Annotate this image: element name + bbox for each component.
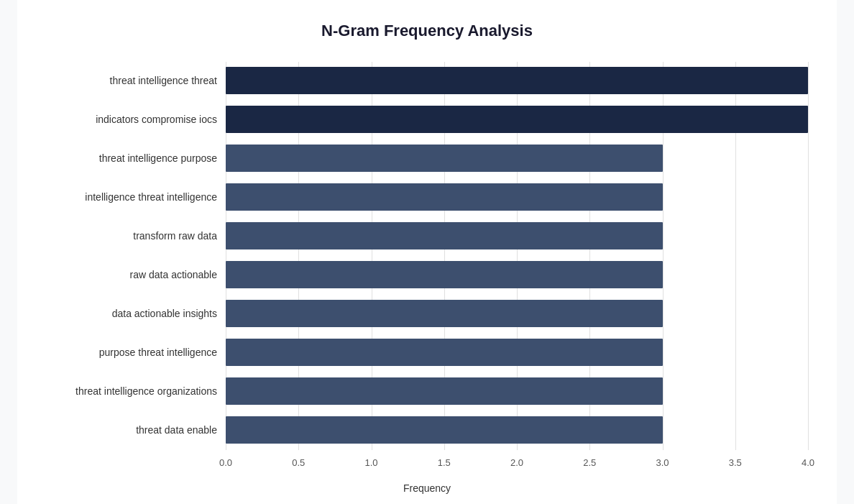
bar-row: threat intelligence purpose: [46, 139, 808, 177]
bar-row: threat data enable: [46, 411, 808, 449]
bar-label: threat data enable: [46, 424, 226, 436]
x-tick-label: 2.0: [510, 457, 523, 468]
bar-label: indicators compromise iocs: [46, 114, 226, 125]
bar-fill: [226, 300, 663, 327]
bar-row: intelligence threat intelligence: [46, 178, 808, 216]
bar-track: [226, 222, 808, 249]
x-axis: 0.00.51.01.52.02.53.03.54.0: [46, 457, 808, 479]
x-tick-label: 4.0: [802, 457, 814, 468]
chart-title: N-Gram Frequency Analysis: [46, 22, 808, 40]
x-axis-label: Frequency: [46, 482, 808, 494]
bar-label: threat intelligence purpose: [46, 152, 226, 164]
x-axis-ticks: 0.00.51.01.52.02.53.03.54.0: [226, 457, 808, 479]
bar-fill: [226, 416, 663, 444]
x-tick-label: 3.5: [729, 457, 742, 468]
x-tick-label: 2.5: [583, 457, 596, 468]
bar-row: threat intelligence organizations: [46, 372, 808, 410]
bar-row: data actionable insights: [46, 295, 808, 332]
bar-fill: [226, 222, 663, 249]
chart-container: N-Gram Frequency Analysis threat intelli…: [17, 0, 837, 504]
bar-label: intelligence threat intelligence: [46, 191, 226, 203]
bar-label: raw data actionable: [46, 269, 226, 280]
x-tick-label: 0.5: [292, 457, 305, 468]
bar-row: transform raw data: [46, 217, 808, 255]
bar-track: [226, 339, 808, 366]
bar-fill: [226, 339, 663, 366]
bar-track: [226, 106, 808, 133]
bar-label: data actionable insights: [46, 308, 226, 319]
bar-row: threat intelligence threat: [46, 62, 808, 99]
bar-fill: [226, 261, 663, 288]
bar-label: threat intelligence threat: [46, 75, 226, 86]
x-tick-label: 0.0: [219, 457, 232, 468]
bar-label: threat intelligence organizations: [46, 385, 226, 397]
bar-track: [226, 67, 808, 94]
x-tick-label: 1.5: [438, 457, 451, 468]
bar-fill: [226, 106, 808, 133]
bar-label: transform raw data: [46, 230, 226, 242]
bar-track: [226, 183, 808, 211]
bar-fill: [226, 67, 808, 94]
bar-track: [226, 300, 808, 327]
bar-track: [226, 261, 808, 288]
bar-track: [226, 416, 808, 444]
bar-row: purpose threat intelligence: [46, 334, 808, 371]
chart-area: threat intelligence threatindicators com…: [46, 62, 808, 450]
x-tick-label: 1.0: [364, 457, 377, 468]
bar-track: [226, 145, 808, 172]
bar-fill: [226, 377, 663, 405]
bar-row: raw data actionable: [46, 256, 808, 293]
bar-fill: [226, 183, 663, 211]
bar-fill: [226, 145, 663, 172]
bar-label: purpose threat intelligence: [46, 347, 226, 358]
bar-row: indicators compromise iocs: [46, 101, 808, 138]
bar-track: [226, 377, 808, 405]
x-tick-label: 3.0: [656, 457, 669, 468]
